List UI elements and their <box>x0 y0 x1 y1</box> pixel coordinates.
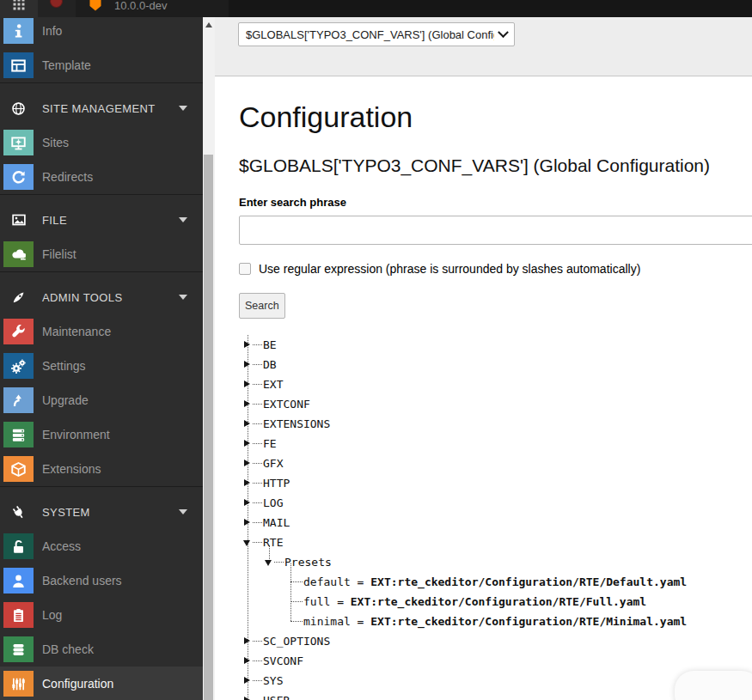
tree-node-SC_OPTIONS: SC_OPTIONS <box>239 631 746 651</box>
sidebar-section: SYSTEMAccessBackend usersLogDB checkConf… <box>0 486 203 700</box>
chevron-down-icon <box>498 27 509 38</box>
sidebar-item-label: Upgrade <box>42 393 89 407</box>
expand-toggle-icon[interactable] <box>244 361 250 368</box>
grid-icon[interactable] <box>12 0 26 11</box>
sidebar-section-label: ADMIN TOOLS <box>42 291 123 304</box>
sidebar-item-label: Access <box>42 539 81 553</box>
sidebar-item-environment[interactable]: Environment <box>0 417 203 452</box>
wrench-icon <box>3 319 34 344</box>
tree-connector <box>253 641 262 642</box>
filelist-icon <box>3 241 34 267</box>
tree-node-label: USER <box>263 691 290 700</box>
tree-node-label: SVCONF <box>263 651 303 671</box>
expand-toggle-icon[interactable] <box>244 519 250 526</box>
expand-toggle-icon[interactable] <box>244 420 250 427</box>
sidebar-item-log[interactable]: Log <box>0 598 203 632</box>
tree-node-LOG: LOG <box>239 493 746 513</box>
sidebar-item-db-check[interactable]: DB check <box>0 632 203 667</box>
sidebar-item-redirects[interactable]: Redirects <box>0 160 203 194</box>
main-content: $GLOBALS['TYPO3_CONF_VARS'] (Global Conf… <box>215 17 752 700</box>
tree-node-DB: DB <box>239 355 746 374</box>
rocket-icon <box>3 290 34 305</box>
collapse-toggle-icon[interactable] <box>265 560 272 566</box>
sidebar-item-sites[interactable]: Sites <box>0 125 203 160</box>
version-label: 10.0.0-dev <box>114 0 167 15</box>
tree-node-GFX: GFX <box>239 453 746 473</box>
chevron-down-icon <box>179 106 187 111</box>
sidebar-item-access[interactable]: Access <box>0 529 203 563</box>
sidebar-item-label: Redirects <box>42 170 93 184</box>
globe-icon <box>3 101 34 116</box>
tree-node-label: FE <box>263 434 277 453</box>
sidebar-scrollbar[interactable] <box>203 17 215 700</box>
users-icon <box>3 568 34 593</box>
tree-connector <box>253 502 262 503</box>
plug-icon <box>3 505 34 520</box>
expand-toggle-icon[interactable] <box>244 400 250 407</box>
sidebar-item-label: Filelist <box>42 247 76 261</box>
expand-toggle-icon[interactable] <box>244 380 250 387</box>
tree-node-BE: BE <box>239 335 746 355</box>
expand-toggle-icon[interactable] <box>244 460 250 466</box>
sidebar-section-header-admin-tools[interactable]: ADMIN TOOLS <box>0 280 203 314</box>
tree-connector <box>253 384 262 385</box>
sidebar-section: ADMIN TOOLSMaintenanceSettingsUpgradeEnv… <box>0 271 203 486</box>
environment-icon <box>3 422 34 447</box>
sidebar-item-extensions[interactable]: Extensions <box>0 452 203 486</box>
chevron-down-icon <box>179 217 187 222</box>
page-title: Configuration <box>239 100 752 134</box>
sidebar-item-label: Extensions <box>42 462 101 476</box>
tree-connector <box>290 601 303 602</box>
sites-icon <box>3 130 34 155</box>
sidebar-item-upgrade[interactable]: Upgrade <box>0 383 203 417</box>
sidebar-section-label: SYSTEM <box>42 506 90 519</box>
expand-toggle-icon[interactable] <box>244 677 250 684</box>
configuration-selector-dropdown[interactable]: $GLOBALS['TYPO3_CONF_VARS'] (Global Conf… <box>238 22 515 46</box>
chevron-down-icon <box>179 295 187 300</box>
tree-connector <box>253 660 262 661</box>
sidebar-section-header-site-management[interactable]: SITE MANAGEMENT <box>0 91 203 125</box>
sidebar-section-header-file[interactable]: FILE <box>0 203 203 237</box>
expand-toggle-icon[interactable] <box>244 499 250 506</box>
sidebar-item-settings[interactable]: Settings <box>0 349 203 383</box>
extensions-icon <box>3 456 34 482</box>
expand-toggle-icon[interactable] <box>244 341 250 348</box>
tree-node-default: default = EXT:rte_ckeditor/Configuration… <box>239 572 746 592</box>
tree-node-RTE: RTE <box>239 533 746 552</box>
tree-node-EXTENSIONS: EXTENSIONS <box>239 414 746 434</box>
tree-connector <box>253 463 262 464</box>
scrollbar-thumb[interactable] <box>204 155 213 700</box>
configuration-tree: BEDBEXTEXTCONFEXTENSIONSFEGFXHTTPLOGMAIL… <box>239 335 746 700</box>
search-button[interactable]: Search <box>239 293 285 319</box>
sidebar-item-info[interactable]: Info <box>0 17 203 48</box>
chevron-down-icon <box>179 509 187 514</box>
sidebar-item-maintenance[interactable]: Maintenance <box>0 314 203 349</box>
regex-checkbox-label: Use regular expression (phrase is surrou… <box>259 262 640 276</box>
sidebar-item-label: Info <box>42 24 62 38</box>
sidebar-item-template[interactable]: Template <box>0 48 203 82</box>
tree-node-label: DB <box>263 355 277 374</box>
sidebar-item-label: Configuration <box>42 677 113 691</box>
sidebar-item-label: Maintenance <box>42 325 111 338</box>
expand-toggle-icon[interactable] <box>244 440 250 447</box>
tree-node-label: BE <box>263 335 277 355</box>
sidebar-item-filelist[interactable]: Filelist <box>0 237 203 271</box>
expand-toggle-icon[interactable] <box>244 697 250 700</box>
expand-toggle-icon[interactable] <box>244 657 250 664</box>
tree-node-label: SYS <box>263 671 283 691</box>
search-input[interactable] <box>239 216 752 245</box>
sidebar-section-header-system[interactable]: SYSTEM <box>0 495 203 529</box>
sidebar-item-configuration[interactable]: Configuration <box>0 667 203 700</box>
tree-connector <box>253 404 262 405</box>
collapse-toggle-icon[interactable] <box>243 540 250 546</box>
corner-overlay <box>675 671 752 700</box>
scroll-up-arrow-icon[interactable] <box>205 22 212 27</box>
tree-key: full <box>303 595 330 608</box>
tree-connector <box>253 423 262 424</box>
tree-connector <box>253 443 262 444</box>
expand-toggle-icon[interactable] <box>244 637 250 644</box>
sidebar-item-backend-users[interactable]: Backend users <box>0 563 203 598</box>
expand-toggle-icon[interactable] <box>244 479 250 486</box>
configuration-module-body: Configuration $GLOBALS['TYPO3_CONF_VARS'… <box>215 100 752 700</box>
regex-checkbox[interactable] <box>239 263 251 275</box>
